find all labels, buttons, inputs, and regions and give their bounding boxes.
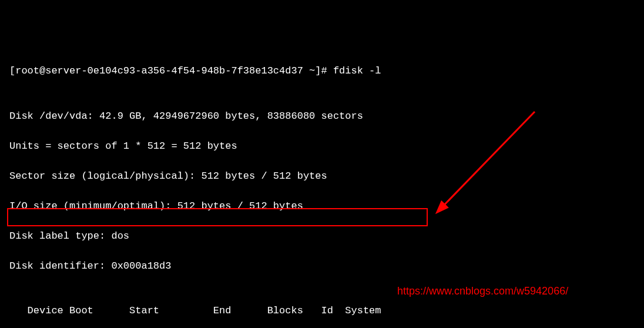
vda-io-size: I/O size (minimum/optimal): 512 bytes / … (9, 199, 644, 214)
svg-line-1 (438, 112, 535, 212)
vda-identifier: Disk identifier: 0x000a18d3 (9, 259, 644, 274)
watermark-text: https://www.cnblogs.com/w5942066/ (397, 283, 568, 299)
vda-header: Disk /dev/vda: 42.9 GB, 42949672960 byte… (9, 109, 644, 124)
annotation-arrow-icon (0, 0, 644, 328)
vda-units: Units = sectors of 1 * 512 = 512 bytes (9, 139, 644, 154)
vda-label-type: Disk label type: dos (9, 229, 644, 244)
prompt-line[interactable]: [root@server-0e104c93-a356-4f54-948b-7f3… (9, 63, 644, 79)
vda-table-header: Device Boot Start End Blocks Id System (9, 303, 644, 319)
vda-sector-size: Sector size (logical/physical): 512 byte… (9, 169, 644, 184)
